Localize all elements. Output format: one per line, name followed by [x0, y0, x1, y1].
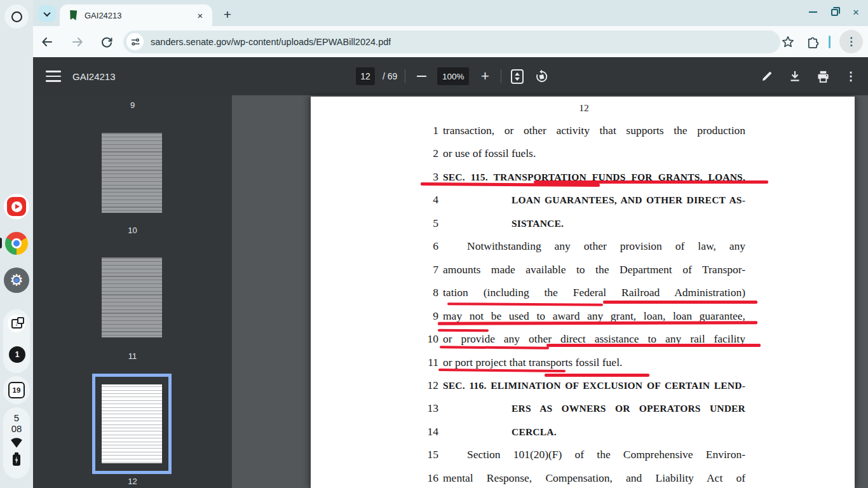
browser-window: GAI24213 × + × [33, 0, 868, 488]
page-thumbnail-10[interactable] [96, 126, 168, 219]
thumbnail-sidebar: 9101112 [33, 95, 232, 488]
browser-toolbar: sanders.senate.gov/wp-content/uploads/EP… [33, 26, 868, 57]
tab-search-button[interactable] [38, 5, 56, 22]
pdf-document-title: GAI24213 [72, 71, 116, 82]
calendar-icon: 19 [8, 382, 25, 398]
fit-page-icon [511, 69, 524, 84]
active-app-indicator [0, 238, 2, 248]
forward-button[interactable] [70, 34, 85, 50]
bill-text-line-8: tation (including the Federal Railroad A… [443, 286, 745, 302]
print-button[interactable] [815, 68, 831, 85]
page-number-input[interactable]: 12 [356, 67, 375, 85]
window-controls: × [807, 6, 862, 18]
bill-text-line-15: Section 101(20)(F) of the Comprehensive … [467, 448, 745, 464]
bookmark-star-button[interactable] [780, 34, 796, 50]
clock-minute: 08 [11, 423, 22, 434]
line-number: 8 [406, 286, 438, 299]
address-bar[interactable]: sanders.senate.gov/wp-content/uploads/EP… [123, 30, 780, 53]
page-header-number: 12 [406, 102, 762, 114]
settings-app-button[interactable]: ⚙ [4, 268, 29, 293]
bill-text-line-5: SISTANCE. [512, 217, 745, 233]
side-panel-indicator [829, 36, 831, 48]
line-number: 1 [406, 124, 438, 137]
zoom-level-input[interactable]: 100% [437, 67, 469, 85]
chrome-app-button[interactable] [4, 231, 29, 256]
tab-close-icon[interactable]: × [194, 10, 206, 21]
extensions-puzzle-button[interactable] [804, 34, 820, 50]
fit-page-button[interactable] [509, 68, 526, 85]
minus-icon [417, 76, 426, 77]
youtube-app-button[interactable] [4, 194, 29, 219]
rotate-button[interactable] [533, 68, 550, 85]
tab-gai24213[interactable]: GAI24213 × [60, 4, 212, 26]
pdf-action-buttons: ⋮ [759, 57, 859, 95]
back-button[interactable] [39, 34, 55, 50]
bill-text-line-16: mental Response, Compensation, and Liabi… [443, 471, 745, 487]
minimize-button[interactable] [807, 6, 818, 18]
zoom-in-button[interactable]: + [477, 68, 493, 85]
browser-menu-button[interactable]: ⋮ [839, 30, 863, 53]
status-tray-button[interactable]: 5 08 [3, 407, 30, 478]
line-number: 4 [406, 193, 438, 207]
bill-text-line-6: Notwithstanding any other provision of l… [467, 240, 745, 255]
document-area[interactable]: 12 1transaction, or other activity that … [232, 95, 868, 488]
bill-text-line-13: ERS AS OWNERS OR OPERATORS UNDER [512, 402, 745, 417]
red-underline-annotation [447, 302, 603, 306]
chevron-down-icon [43, 9, 50, 16]
red-underline-annotation [438, 329, 489, 332]
pencil-icon [761, 70, 773, 83]
line-number: 16 [406, 471, 438, 485]
printer-icon [817, 70, 830, 83]
red-underline-annotation [603, 301, 757, 304]
red-underline-annotation [440, 346, 549, 349]
line-number: 13 [406, 402, 438, 415]
bill-text-line-14: CERCLA. [512, 425, 745, 441]
annotate-button[interactable] [759, 68, 775, 85]
line-number: 5 [406, 217, 438, 230]
clock-hour: 5 [14, 412, 19, 423]
thumbnail-label-9: 9 [33, 100, 232, 110]
tune-icon [131, 37, 140, 46]
bill-text-line-2: or use of fossil fuels. [443, 147, 745, 163]
launcher-ring-icon [11, 11, 22, 22]
red-underline-annotation [545, 374, 649, 377]
bill-text-line-12: SEC. 116. ELIMINATION OF EXCLUSION OF CE… [443, 379, 745, 395]
bill-text-line-1: transaction, or other activity that supp… [443, 124, 745, 140]
url-text: sanders.senate.gov/wp-content/uploads/EP… [151, 37, 391, 47]
zoom-out-button[interactable] [413, 68, 430, 85]
thumbnail-label-10: 10 [33, 226, 232, 235]
chrome-icon [5, 232, 28, 255]
toolbar-divider [501, 69, 501, 83]
pdf-menu-button[interactable] [46, 71, 61, 82]
site-info-button[interactable] [126, 33, 144, 50]
tab-title: GAI24213 [85, 11, 194, 20]
notification-badge[interactable]: 1 [9, 346, 25, 363]
screen-capture-button[interactable]: ↓ [8, 315, 25, 332]
pdf-page-controls: 12 / 69 100% + [356, 57, 550, 95]
rotate-icon [534, 69, 549, 84]
restore-button[interactable] [829, 6, 840, 18]
download-button[interactable] [787, 68, 803, 85]
pdf-viewer: 9101112 12 1transaction, or other activi… [33, 95, 868, 488]
minimize-icon [809, 11, 817, 13]
chromeos-screen: ⚙ ↓ 1 19 5 08 GAI24213 [0, 0, 868, 488]
new-tab-button[interactable]: + [219, 6, 236, 24]
red-underline-annotation [534, 180, 768, 184]
shelf-tray-group: ↓ 1 [3, 309, 30, 373]
wifi-icon [10, 438, 23, 451]
pdf-page-12: 12 1transaction, or other activity that … [311, 97, 855, 488]
page-thumbnail-11[interactable] [96, 251, 168, 344]
chromeos-shelf: ⚙ ↓ 1 19 5 08 [0, 0, 33, 488]
toolbar-right-group: ⋮ [780, 26, 863, 57]
calendar-tray-button[interactable]: 19 [3, 376, 30, 404]
page-thumbnail-12[interactable] [92, 374, 172, 474]
launcher-button[interactable] [4, 4, 29, 29]
line-number: 7 [406, 263, 438, 276]
line-number: 3 [406, 170, 438, 184]
pdf-more-options-button[interactable]: ⋮ [843, 68, 859, 85]
bill-text-line-7: amounts made available to the Department… [443, 263, 745, 279]
bill-text-line-4: LOAN GUARANTEES, AND OTHER DIRECT AS- [512, 193, 745, 209]
reload-button[interactable] [99, 34, 114, 50]
toolbar-divider [405, 69, 405, 83]
close-window-button[interactable]: × [850, 6, 862, 18]
